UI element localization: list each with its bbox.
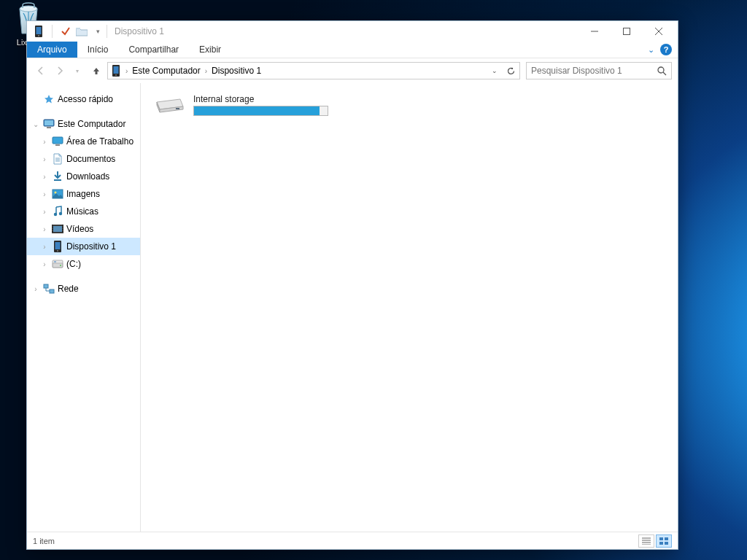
tree-item-desktop[interactable]: ›Área de Trabalho bbox=[27, 133, 140, 150]
title-bar[interactable]: ▾ Dispositivo 1 bbox=[27, 21, 678, 42]
svg-point-39 bbox=[62, 232, 63, 233]
svg-rect-55 bbox=[665, 537, 668, 540]
svg-rect-18 bbox=[55, 144, 60, 146]
tree-label: (C:) bbox=[66, 259, 81, 269]
svg-rect-4 bbox=[76, 28, 80, 29]
svg-rect-17 bbox=[53, 137, 63, 144]
breadcrumb-sep-icon[interactable]: › bbox=[123, 67, 131, 75]
tree-network[interactable]: › Rede bbox=[27, 280, 140, 298]
chevron-right-icon[interactable]: › bbox=[40, 138, 49, 146]
breadcrumb-device[interactable]: Dispositivo 1 bbox=[210, 66, 263, 76]
breadcrumb-this-pc[interactable]: Este Computador bbox=[131, 66, 201, 76]
status-item-count: 1 item bbox=[33, 537, 55, 545]
tree-label: Este Computador bbox=[58, 119, 125, 129]
tree-label: Documentos bbox=[66, 154, 115, 164]
storage-usage-bar bbox=[193, 106, 328, 116]
device-icon bbox=[52, 241, 63, 252]
tree-label: Downloads bbox=[66, 171, 109, 182]
search-icon[interactable] bbox=[657, 66, 667, 76]
tree-item-downloads[interactable]: ›Downloads bbox=[27, 168, 140, 185]
drive-icon bbox=[52, 258, 63, 270]
nav-history-dropdown[interactable]: ▾ bbox=[69, 63, 85, 79]
view-tiles-button[interactable] bbox=[656, 534, 672, 548]
breadcrumb-sep-icon[interactable]: › bbox=[202, 67, 210, 75]
computer-icon bbox=[43, 118, 55, 130]
chevron-right-icon[interactable]: › bbox=[40, 173, 49, 181]
tree-label: Área de Trabalho bbox=[66, 136, 133, 147]
tree-item-drive[interactable]: ›(C:) bbox=[27, 255, 140, 273]
ribbon-tab-view[interactable]: Exibir bbox=[189, 42, 231, 58]
refresh-button[interactable] bbox=[503, 63, 518, 79]
svg-point-42 bbox=[57, 250, 58, 252]
pictures-icon bbox=[52, 188, 63, 200]
svg-rect-29 bbox=[53, 226, 62, 232]
chevron-right-icon[interactable]: › bbox=[40, 208, 49, 216]
svg-rect-57 bbox=[665, 542, 668, 545]
nav-up-button[interactable] bbox=[88, 63, 104, 79]
svg-rect-10 bbox=[114, 66, 119, 74]
chevron-right-icon[interactable]: › bbox=[40, 155, 49, 163]
svg-rect-54 bbox=[659, 537, 663, 540]
tree-item-pictures[interactable]: ›Imagens bbox=[27, 185, 140, 203]
desktop-icon bbox=[52, 136, 63, 147]
svg-rect-46 bbox=[54, 262, 56, 262]
minimize-button[interactable] bbox=[578, 21, 611, 42]
videos-icon bbox=[52, 223, 63, 235]
downloads-icon bbox=[52, 171, 63, 182]
ribbon-tab-file[interactable]: Arquivo bbox=[27, 42, 77, 58]
help-button[interactable]: ? bbox=[660, 44, 672, 55]
tree-label: Acesso rápido bbox=[58, 94, 113, 104]
qat-properties-icon[interactable] bbox=[60, 26, 71, 37]
breadcrumb-device-icon[interactable] bbox=[109, 65, 123, 77]
svg-rect-47 bbox=[44, 284, 48, 288]
svg-rect-16 bbox=[47, 127, 51, 128]
tree-label: Dispositivo 1 bbox=[66, 241, 116, 252]
nav-forward-button[interactable] bbox=[52, 63, 68, 79]
chevron-right-icon[interactable]: › bbox=[40, 260, 49, 268]
tree-item-music[interactable]: ›Músicas bbox=[27, 203, 140, 220]
network-icon bbox=[43, 283, 55, 295]
svg-point-45 bbox=[60, 265, 61, 266]
tree-label: Vídeos bbox=[66, 224, 93, 234]
svg-point-33 bbox=[52, 228, 53, 228]
chevron-right-icon[interactable]: › bbox=[31, 285, 40, 293]
explorer-window: ▾ Dispositivo 1 Arquivo Início Compartil… bbox=[26, 20, 678, 550]
navigation-tree[interactable]: Acesso rápido ⌄ Este Computador ›Área de… bbox=[27, 83, 141, 532]
qat-customize-icon[interactable]: ▾ bbox=[92, 26, 104, 37]
navigation-bar: ▾ › Este Computador › Dispositivo 1 ⌄ bbox=[27, 58, 678, 83]
ribbon-tab-share[interactable]: Compartilhar bbox=[118, 42, 189, 58]
svg-rect-48 bbox=[50, 289, 54, 293]
tree-item-device[interactable]: ›Dispositivo 1 bbox=[27, 238, 140, 255]
svg-rect-6 bbox=[624, 28, 630, 35]
search-input[interactable] bbox=[531, 66, 657, 76]
tree-item-documents[interactable]: ›Documentos bbox=[27, 150, 140, 168]
maximize-button[interactable] bbox=[611, 21, 643, 42]
tree-this-pc[interactable]: ⌄ Este Computador bbox=[27, 115, 140, 133]
search-box[interactable] bbox=[526, 62, 672, 79]
content-pane[interactable]: Internal storage bbox=[141, 83, 678, 532]
svg-point-11 bbox=[115, 74, 117, 76]
ribbon: Arquivo Início Compartilhar Exibir ⌄ ? bbox=[27, 42, 678, 58]
storage-item[interactable]: Internal storage bbox=[152, 92, 342, 118]
status-bar: 1 item bbox=[27, 532, 678, 549]
close-button[interactable] bbox=[643, 21, 675, 42]
star-icon bbox=[43, 93, 55, 105]
chevron-right-icon[interactable]: › bbox=[40, 225, 49, 233]
chevron-down-icon[interactable]: ⌄ bbox=[31, 120, 40, 128]
tree-quick-access[interactable]: Acesso rápido bbox=[27, 90, 140, 108]
svg-point-37 bbox=[62, 228, 63, 228]
ribbon-tab-home[interactable]: Início bbox=[77, 42, 119, 58]
drive-icon bbox=[154, 93, 186, 117]
view-details-button[interactable] bbox=[638, 534, 654, 548]
svg-rect-15 bbox=[44, 120, 53, 125]
svg-point-12 bbox=[658, 67, 664, 73]
tree-item-videos[interactable]: ›Vídeos bbox=[27, 220, 140, 238]
nav-back-button[interactable] bbox=[33, 63, 49, 79]
address-bar[interactable]: › Este Computador › Dispositivo 1 ⌄ bbox=[107, 62, 520, 79]
ribbon-expand-icon[interactable]: ⌄ bbox=[648, 45, 654, 55]
chevron-right-icon[interactable]: › bbox=[40, 243, 49, 251]
chevron-right-icon[interactable]: › bbox=[40, 190, 49, 198]
address-dropdown-button[interactable]: ⌄ bbox=[487, 63, 502, 79]
qat-newfolder-icon[interactable] bbox=[76, 26, 88, 37]
window-title: Dispositivo 1 bbox=[115, 26, 164, 36]
